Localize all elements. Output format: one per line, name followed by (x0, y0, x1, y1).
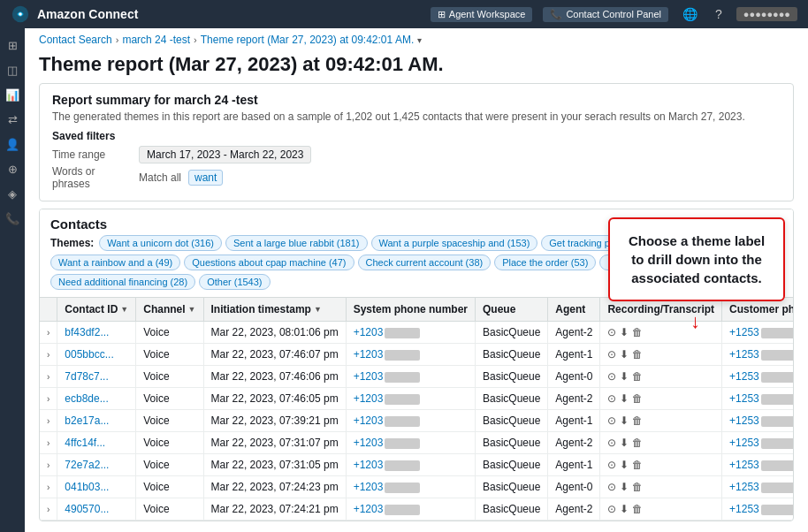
row-customer-phone-8: +1253 (722, 498, 794, 521)
delete-icon-0[interactable]: 🗑 (632, 326, 643, 338)
row-expand-5[interactable]: › (40, 432, 57, 454)
row-expand-3[interactable]: › (40, 388, 57, 410)
row-contact-id-4[interactable]: b2e17a... (57, 410, 136, 432)
row-initiation-ts-8: Mar 22, 2023, 07:24:21 pm (203, 498, 346, 521)
row-system-phone-5[interactable]: +1203 (346, 432, 475, 454)
row-expand-0[interactable]: › (40, 322, 57, 344)
row-contact-id-8[interactable]: 490570... (57, 498, 136, 521)
th-agent[interactable]: Agent (548, 298, 600, 322)
delete-icon-7[interactable]: 🗑 (632, 481, 643, 493)
row-recording-6[interactable]: ⊙ ⬇ 🗑 (600, 454, 722, 476)
sidebar-phone-icon[interactable]: 📞 (3, 209, 22, 228)
theme-badge-7[interactable]: Place the order (53) (494, 255, 596, 270)
row-expand-8[interactable]: › (40, 498, 57, 521)
download-icon-8[interactable]: ⬇ (620, 503, 629, 515)
row-recording-3[interactable]: ⊙ ⬇ 🗑 (600, 388, 722, 410)
contact-control-panel-btn[interactable]: 📞 Contact Control Panel (543, 7, 668, 22)
theme-badge-5[interactable]: Questions about cpap machine (47) (184, 255, 354, 270)
delete-icon-8[interactable]: 🗑 (632, 503, 643, 515)
th-initiation-ts[interactable]: Initiation timestamp ▼ (203, 298, 346, 322)
play-icon-6[interactable]: ⊙ (607, 459, 616, 471)
row-recording-4[interactable]: ⊙ ⬇ 🗑 (600, 410, 722, 432)
sidebar-search-icon[interactable]: ◈ (3, 184, 22, 203)
breadcrumb-chevron-icon[interactable]: ▾ (417, 35, 422, 45)
row-expand-4[interactable]: › (40, 410, 57, 432)
row-initiation-ts-2: Mar 22, 2023, 07:46:06 pm (203, 366, 346, 388)
download-icon-1[interactable]: ⬇ (620, 348, 629, 361)
th-contact-id[interactable]: Contact ID ▼ (57, 298, 136, 322)
agent-workspace-btn[interactable]: ⊞ Agent Workspace (431, 7, 533, 22)
delete-icon-3[interactable]: 🗑 (632, 392, 643, 405)
delete-icon-5[interactable]: 🗑 (632, 437, 643, 449)
row-contact-id-3[interactable]: ecb8de... (57, 388, 136, 410)
delete-icon-4[interactable]: 🗑 (632, 414, 643, 427)
row-contact-id-7[interactable]: 041b03... (57, 476, 136, 498)
th-queue[interactable]: Queue (475, 298, 547, 322)
download-icon-5[interactable]: ⬇ (620, 437, 629, 449)
theme-badge-6[interactable]: Check current account (38) (358, 255, 492, 270)
row-recording-5[interactable]: ⊙ ⬇ 🗑 (600, 432, 722, 454)
download-icon-7[interactable]: ⬇ (620, 481, 629, 493)
row-expand-6[interactable]: › (40, 454, 57, 476)
theme-badge-2[interactable]: Want a purple spaceship and (153) (371, 235, 538, 251)
help-icon-btn[interactable]: ? (712, 5, 726, 23)
delete-icon-1[interactable]: 🗑 (632, 348, 643, 361)
sidebar-tasks-icon[interactable]: ⊕ (3, 159, 22, 179)
delete-icon-2[interactable]: 🗑 (632, 370, 643, 383)
row-recording-0[interactable]: ⊙ ⬇ 🗑 (600, 322, 722, 344)
download-icon-0[interactable]: ⬇ (620, 326, 629, 338)
row-system-phone-1[interactable]: +1203 (346, 344, 475, 366)
row-system-phone-6[interactable]: +1203 (346, 454, 475, 476)
theme-badge-4[interactable]: Want a rainbow and a (49) (50, 255, 180, 270)
sidebar-home-icon[interactable]: ⊞ (3, 35, 22, 55)
row-recording-1[interactable]: ⊙ ⬇ 🗑 (600, 344, 722, 366)
row-system-phone-7[interactable]: +1203 (346, 476, 475, 498)
download-icon-6[interactable]: ⬇ (620, 459, 629, 471)
play-icon-2[interactable]: ⊙ (607, 370, 616, 383)
play-icon-8[interactable]: ⊙ (607, 503, 616, 515)
download-icon-4[interactable]: ⬇ (620, 414, 629, 427)
row-contact-id-0[interactable]: bf43df2... (57, 322, 136, 344)
row-agent-6: Agent-1 (548, 454, 600, 476)
row-recording-8[interactable]: ⊙ ⬇ 🗑 (600, 498, 722, 521)
play-icon-5[interactable]: ⊙ (607, 437, 616, 449)
main-content: Contact Search › march 24 -test › Theme … (25, 28, 808, 532)
row-recording-7[interactable]: ⊙ ⬇ 🗑 (600, 476, 722, 498)
row-contact-id-2[interactable]: 7d78c7... (57, 366, 136, 388)
row-system-phone-0[interactable]: +1203 (346, 322, 475, 344)
row-contact-id-6[interactable]: 72e7a2... (57, 454, 136, 476)
download-icon-3[interactable]: ⬇ (620, 392, 629, 405)
row-system-phone-4[interactable]: +1203 (346, 410, 475, 432)
download-icon-2[interactable]: ⬇ (620, 370, 629, 383)
globe-icon-btn[interactable]: 🌐 (679, 5, 701, 23)
theme-badge-0[interactable]: Want a unicorn dot (316) (99, 235, 222, 251)
row-system-phone-2[interactable]: +1203 (346, 366, 475, 388)
play-icon-4[interactable]: ⊙ (607, 414, 616, 427)
th-channel[interactable]: Channel ▼ (136, 298, 203, 322)
sidebar-routing-icon[interactable]: ⇄ (3, 110, 22, 129)
row-contact-id-1[interactable]: 005bbcc... (57, 344, 136, 366)
delete-icon-6[interactable]: 🗑 (632, 459, 643, 471)
th-system-phone[interactable]: System phone number (346, 298, 475, 322)
sidebar-nav1-icon[interactable]: ◫ (3, 60, 22, 80)
row-system-phone-8[interactable]: +1203 (346, 498, 475, 521)
row-channel-8: Voice (136, 498, 203, 521)
row-system-phone-3[interactable]: +1203 (346, 388, 475, 410)
play-icon-0[interactable]: ⊙ (607, 326, 616, 338)
row-expand-1[interactable]: › (40, 344, 57, 366)
row-expand-7[interactable]: › (40, 476, 57, 498)
breadcrumb-contact-search[interactable]: Contact Search (39, 34, 112, 46)
row-contact-id-5[interactable]: 4ffc14f... (57, 432, 136, 454)
breadcrumb-march-test[interactable]: march 24 -test (122, 34, 190, 46)
theme-badge-10[interactable]: Other (1543) (199, 274, 270, 290)
theme-badge-1[interactable]: Sent a large blue rabbit (181) (225, 235, 367, 251)
play-icon-7[interactable]: ⊙ (607, 481, 616, 493)
play-icon-1[interactable]: ⊙ (607, 348, 616, 361)
user-menu[interactable]: ●●●●●●●● (736, 7, 797, 21)
sidebar-users-icon[interactable]: 👤 (3, 134, 22, 154)
play-icon-3[interactable]: ⊙ (607, 392, 616, 405)
row-expand-2[interactable]: › (40, 366, 57, 388)
theme-badge-9[interactable]: Need additional financing (28) (50, 274, 195, 290)
sidebar-analytics-icon[interactable]: 📊 (3, 85, 22, 104)
row-recording-2[interactable]: ⊙ ⬇ 🗑 (600, 366, 722, 388)
